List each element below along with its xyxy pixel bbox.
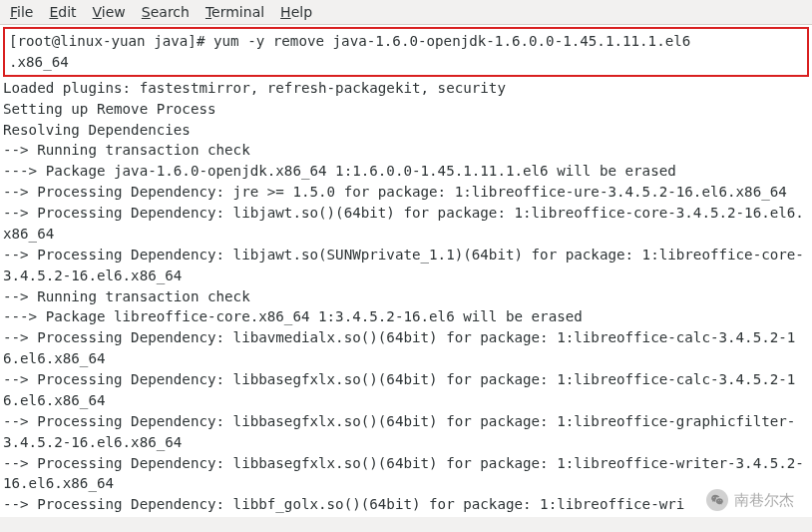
terminal-output-line: --> Processing Dependency: libavmedialx.… xyxy=(3,327,809,369)
command-highlight-box: [root@linux-yuan java]# yum -y remove ja… xyxy=(3,27,809,77)
menu-edit[interactable]: Edit xyxy=(49,4,76,20)
terminal-output-line: --> Running transaction check xyxy=(3,286,809,307)
menu-view[interactable]: View xyxy=(93,4,126,20)
terminal-output-line: --> Processing Dependency: libbasegfxlx.… xyxy=(3,411,809,453)
terminal-output-line: ---> Package libreoffice-core.x86_64 1:3… xyxy=(3,306,809,327)
menu-terminal[interactable]: Terminal xyxy=(205,4,264,20)
terminal-output-line: Loaded plugins: fastestmirror, refresh-p… xyxy=(3,78,809,99)
menu-help[interactable]: Help xyxy=(280,4,312,20)
terminal-output-line: --> Processing Dependency: jre >= 1.5.0 … xyxy=(3,182,809,203)
terminal-output-line: Setting up Remove Process xyxy=(3,99,809,120)
watermark: 南巷尔杰 xyxy=(706,489,794,511)
command-line: .x86_64 xyxy=(9,52,803,73)
terminal-output-line: --> Processing Dependency: libbf_golx.so… xyxy=(3,494,809,515)
terminal-output-line: --> Processing Dependency: libjawt.so()(… xyxy=(3,203,809,245)
watermark-text: 南巷尔杰 xyxy=(734,489,794,511)
menu-bar: File Edit View Search Terminal Help xyxy=(0,0,812,25)
terminal-output-line: --> Processing Dependency: libjawt.so(SU… xyxy=(3,245,809,286)
terminal-output-line: --> Running transaction check xyxy=(3,140,809,161)
terminal-output-line: --> Processing Dependency: libbasegfxlx.… xyxy=(3,369,809,411)
terminal-output-line: ---> Package java-1.6.0-openjdk.x86_64 1… xyxy=(3,161,809,182)
menu-file[interactable]: File xyxy=(10,4,33,20)
terminal-content[interactable]: [root@linux-yuan java]# yum -y remove ja… xyxy=(0,25,812,517)
command-line: [root@linux-yuan java]# yum -y remove ja… xyxy=(9,31,803,52)
wechat-icon xyxy=(706,489,728,511)
menu-search[interactable]: Search xyxy=(142,4,190,20)
terminal-output-line: Resolving Dependencies xyxy=(3,120,809,141)
terminal-output-line: --> Processing Dependency: libbasegfxlx.… xyxy=(3,453,809,495)
